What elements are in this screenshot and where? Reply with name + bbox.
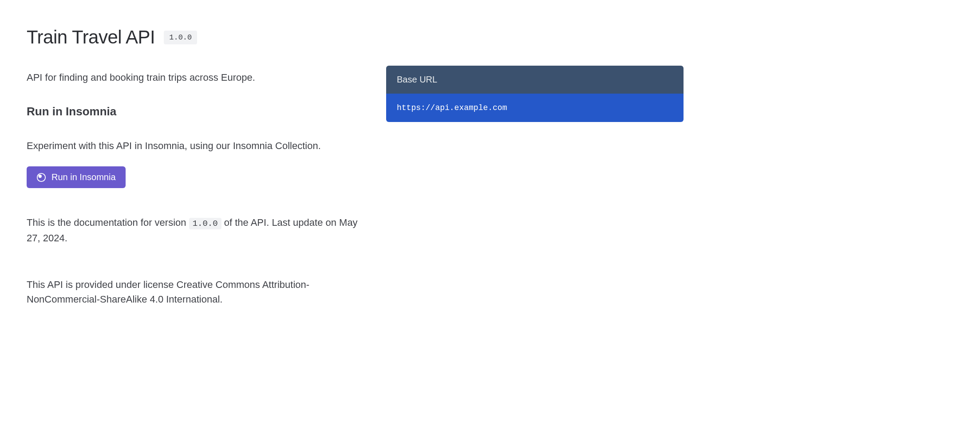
svg-point-1 bbox=[39, 174, 42, 177]
insomnia-text: Experiment with this API in Insomnia, us… bbox=[27, 138, 360, 153]
license-text: This API is provided under license Creat… bbox=[27, 277, 360, 307]
base-url-card: Base URL https://api.example.com bbox=[386, 66, 684, 122]
doc-version-prefix: This is the documentation for version bbox=[27, 217, 189, 228]
run-in-insomnia-button[interactable]: Run in Insomnia bbox=[27, 166, 126, 188]
svg-point-0 bbox=[37, 173, 45, 181]
base-url-label: Base URL bbox=[386, 66, 684, 94]
insomnia-button-label: Run in Insomnia bbox=[51, 172, 116, 182]
base-url-value: https://api.example.com bbox=[386, 94, 684, 122]
insomnia-heading: Run in Insomnia bbox=[27, 105, 360, 118]
version-badge: 1.0.0 bbox=[164, 31, 197, 44]
api-description: API for finding and booking train trips … bbox=[27, 70, 360, 85]
page-title: Train Travel API bbox=[27, 27, 155, 48]
doc-version-code: 1.0.0 bbox=[189, 218, 221, 229]
doc-version-text: This is the documentation for version 1.… bbox=[27, 215, 360, 246]
insomnia-icon bbox=[36, 173, 46, 182]
